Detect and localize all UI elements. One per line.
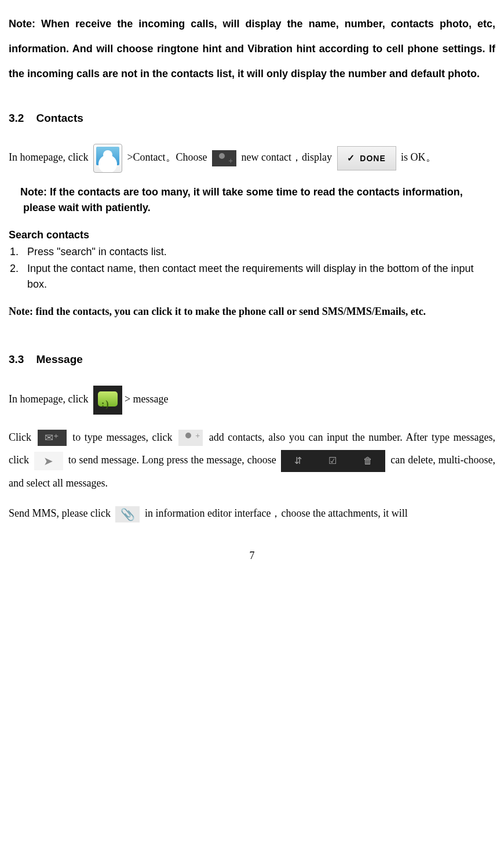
contacts-app-icon <box>93 144 122 173</box>
text: to send message. Long press the message,… <box>68 454 276 466</box>
section-title: Contacts <box>36 112 83 124</box>
add-recipient-icon <box>178 430 203 446</box>
section-num: 3.3 <box>9 353 24 365</box>
text: In homepage, click <box>9 393 88 405</box>
incoming-calls-note: Note: When receive the incoming calls, w… <box>9 12 495 87</box>
text: to type messages, click <box>72 431 172 443</box>
text: >Contact。Choose <box>127 151 207 163</box>
section-3-3-header: 3.3 Message <box>9 351 495 368</box>
compose-message-icon: ✉⁺ <box>38 430 67 446</box>
message-paragraph-2: Click ✉⁺ to type messages, click add con… <box>9 426 495 495</box>
messages-app-icon <box>93 386 122 415</box>
text: new contact，display <box>242 151 332 163</box>
message-paragraph-1: In homepage, click > message <box>9 386 495 415</box>
contacts-wait-note: Note: If the contacts are too many, it w… <box>9 184 495 216</box>
find-contacts-note: Note: find the contacts, you can click i… <box>9 304 495 320</box>
section-3-2-header: 3.2 Contacts <box>9 110 495 127</box>
text: in information editor interface，choose t… <box>145 507 408 519</box>
add-contact-icon <box>212 150 236 166</box>
text: Send MMS, please click <box>9 507 111 519</box>
message-toolbar-icon: ⇵☑🗑 <box>281 450 385 472</box>
contacts-paragraph: In homepage, click >Contact。Choose new c… <box>9 144 495 173</box>
page-number: 7 <box>9 548 495 564</box>
section-title: Message <box>36 353 83 365</box>
message-paragraph-3: Send MMS, please click 📎 in information … <box>9 502 495 525</box>
list-item: Input the contact name, then contact mee… <box>21 261 495 292</box>
text: In homepage, click <box>9 151 88 163</box>
search-contacts-list: Press "search" in contacts list. Input t… <box>9 244 495 292</box>
search-contacts-header: Search contacts <box>9 227 495 243</box>
done-button-icon: DONE <box>337 146 396 170</box>
text: > message <box>125 393 169 405</box>
attachment-icon: 📎 <box>115 506 140 522</box>
send-message-icon: ➤ <box>34 452 63 470</box>
text: Click <box>9 431 31 443</box>
section-num: 3.2 <box>9 112 24 124</box>
list-item: Press "search" in contacts list. <box>21 244 495 260</box>
text: is OK。 <box>401 151 436 163</box>
